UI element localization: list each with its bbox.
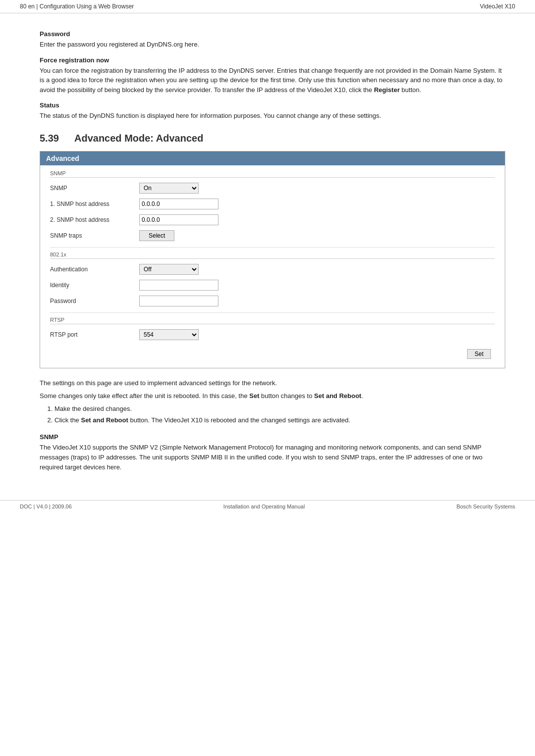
identity-input[interactable]: [139, 280, 218, 291]
snmp-host2-row: 2. SNMP host address: [50, 213, 495, 226]
divider-2: [50, 312, 495, 313]
snmp-group: SNMP SNMP On Off 1. SNMP host address: [50, 170, 495, 242]
chapter-number: 5.39: [40, 133, 74, 144]
password-text: Enter the password you registered at Dyn…: [40, 40, 505, 50]
body-paragraph-2: Some changes only take effect after the …: [40, 391, 505, 401]
step-1: Make the desired changes.: [54, 404, 505, 414]
footer-left: DOC | V4.0 | 2009.06: [20, 504, 72, 509]
rtsp-group: RTSP RTSP port 554: [50, 317, 495, 341]
advanced-panel-body: SNMP SNMP On Off 1. SNMP host address: [40, 165, 505, 368]
steps-list: Make the desired changes. Click the Set …: [54, 404, 505, 425]
password-row: Password: [50, 295, 495, 307]
chapter-heading: 5.39 Advanced Mode: Advanced: [40, 133, 505, 144]
snmp-body-text: The VideoJet X10 supports the SNMP V2 (S…: [40, 443, 505, 472]
step-2: Click the Set and Reboot button. The Vid…: [54, 415, 505, 425]
advanced-panel: Advanced SNMP SNMP On Off 1. SNMP host a…: [40, 151, 505, 368]
header-left: 80 en | Configuration Using a Web Browse…: [20, 3, 134, 10]
rtsp-port-select[interactable]: 554: [139, 329, 199, 340]
password-heading: Password: [40, 30, 505, 38]
snmp-host2-label: 2. SNMP host address: [50, 216, 139, 223]
snmp-host2-input[interactable]: [139, 214, 218, 225]
snmp-host1-row: 1. SNMP host address: [50, 198, 495, 210]
main-content: Password Enter the password you register…: [0, 13, 535, 485]
password-field-label: Password: [50, 298, 139, 304]
body-paragraph-1: The settings on this page are used to im…: [40, 378, 505, 388]
auth-label: Authentication: [50, 266, 139, 273]
page-footer: DOC | V4.0 | 2009.06 Installation and Op…: [0, 500, 535, 512]
set-row: Set: [50, 346, 495, 363]
footer-right: Bosch Security Systems: [456, 504, 515, 509]
status-section: Status The status of the DynDNS function…: [40, 101, 505, 121]
snmp-select[interactable]: On Off: [139, 183, 199, 194]
identity-row: Identity: [50, 279, 495, 292]
footer-center: Installation and Operating Manual: [223, 504, 305, 509]
set-button[interactable]: Set: [467, 349, 491, 359]
chapter-title: Advanced Mode: Advanced: [74, 133, 203, 144]
divider-1: [50, 247, 495, 248]
snmp-traps-label: SNMP traps: [50, 232, 139, 239]
snmp-host1-input[interactable]: [139, 199, 218, 209]
snmp-body-heading: SNMP: [40, 433, 505, 441]
force-reg-heading: Force registration now: [40, 56, 505, 64]
page-header: 80 en | Configuration Using a Web Browse…: [0, 0, 535, 13]
status-heading: Status: [40, 101, 505, 109]
force-reg-section: Force registration now You can force the…: [40, 56, 505, 95]
password-section: Password Enter the password you register…: [40, 30, 505, 50]
auth-field-row: Authentication Off On: [50, 263, 495, 276]
auth-select[interactable]: Off On: [139, 264, 199, 275]
identity-label: Identity: [50, 282, 139, 289]
status-text: The status of the DynDNS function is dis…: [40, 111, 505, 121]
snmp-traps-row: SNMP traps Select: [50, 229, 495, 242]
force-reg-text: You can force the registration by transf…: [40, 66, 505, 95]
snmp-field-row: SNMP On Off: [50, 182, 495, 195]
password-field-input[interactable]: [139, 296, 218, 306]
rtsp-port-row: RTSP port 554: [50, 328, 495, 341]
ieee-group-label: 802.1x: [50, 252, 495, 259]
snmp-label: SNMP: [50, 185, 139, 192]
snmp-group-label: SNMP: [50, 170, 495, 178]
snmp-host1-label: 1. SNMP host address: [50, 201, 139, 207]
ieee-group: 802.1x Authentication Off On Identity: [50, 252, 495, 307]
header-right: VideoJet X10: [480, 3, 515, 10]
snmp-traps-button[interactable]: Select: [139, 230, 174, 241]
advanced-panel-header: Advanced: [40, 151, 505, 165]
rtsp-group-label: RTSP: [50, 317, 495, 324]
rtsp-port-label: RTSP port: [50, 331, 139, 338]
